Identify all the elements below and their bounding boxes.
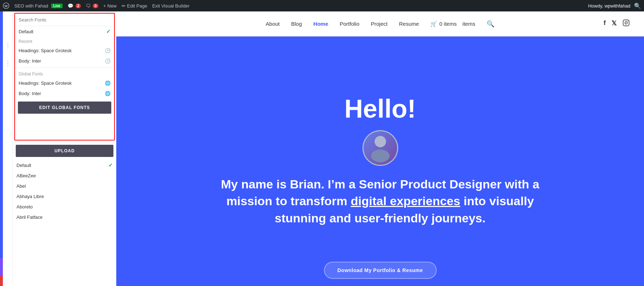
pencil-icon: ✏ xyxy=(122,3,126,9)
nav-home[interactable]: Home xyxy=(313,21,328,27)
new-label: + New xyxy=(103,3,117,9)
search-admin-icon[interactable]: 🔍 xyxy=(634,3,641,9)
globe-icon-1: 🌐 xyxy=(105,80,111,86)
admin-bar: W SEO with Fahad Live 💬 2 🗨 0 + New ✏ Ed… xyxy=(0,0,644,11)
site-name-item[interactable]: SEO with Fahad Live xyxy=(14,3,63,9)
svg-point-4 xyxy=(628,21,628,22)
abeezee-label: ABeeZee xyxy=(16,173,36,178)
avatar-person-svg xyxy=(368,134,393,162)
svg-point-5 xyxy=(375,136,386,147)
edit-page-item[interactable]: ✏ Edit Page xyxy=(122,3,147,9)
messages-count: 0 xyxy=(93,4,98,8)
cart-items-label: 0 items xyxy=(439,21,457,27)
exit-builder-item[interactable]: Exit Visual Builder xyxy=(152,3,190,9)
howdy-label: Howdy, wpwithfahad xyxy=(588,3,630,9)
messages-item[interactable]: 🗨 0 xyxy=(86,3,98,9)
body-recent-label: Body: Inter xyxy=(19,58,41,64)
color-strips xyxy=(0,11,3,286)
global-fonts-label: Global Fonts xyxy=(15,69,114,78)
hero-section: Hello! My name is Brian. I’m a Senior Pr… xyxy=(116,36,644,286)
font-list-item-abhaya[interactable]: Abhaya Libre xyxy=(13,191,116,202)
nav-blog[interactable]: Blog xyxy=(291,21,302,27)
wp-logo[interactable]: W xyxy=(3,3,9,9)
site-nav: About Blog Home Portfolio Project Resume… xyxy=(116,11,644,36)
font-list-item-abel[interactable]: Abel xyxy=(13,181,116,191)
dots-column: ⋮ ⋮ xyxy=(3,11,13,286)
avatar-inner xyxy=(364,131,397,165)
live-badge: Live xyxy=(51,4,63,8)
hero-avatar xyxy=(362,130,398,166)
font-item-body-recent[interactable]: Body: Inter 🕒 xyxy=(15,56,114,66)
new-item[interactable]: + New xyxy=(103,3,117,9)
social-icons: f 𝕏 xyxy=(604,19,630,28)
main-layout: ⋮ ⋮ Default ✓ Recent Headings: Space G xyxy=(0,11,644,286)
headings-recent-label: Headings: Space Grotesk xyxy=(19,48,72,53)
comments-count: 2 xyxy=(75,4,81,8)
default-font-label: Default xyxy=(19,29,33,34)
nav-resume[interactable]: Resume xyxy=(399,21,419,27)
facebook-icon[interactable]: f xyxy=(604,19,606,28)
three-dots-mid[interactable]: ⋮ xyxy=(3,58,13,69)
hero-title: Hello! xyxy=(344,96,416,122)
font-item-headings-recent[interactable]: Headings: Space Grotesk 🕒 xyxy=(15,45,114,56)
clock-icon: 🕒 xyxy=(105,48,111,53)
three-dots-top[interactable]: ⋮ xyxy=(3,40,13,51)
font-list-item-aboreto[interactable]: Aboreto xyxy=(13,202,116,212)
font-item-headings-global[interactable]: Headings: Space Grotesk 🌐 xyxy=(15,78,114,88)
upload-button[interactable]: UPLOAD xyxy=(16,145,113,157)
strip-blue xyxy=(0,11,3,258)
divider-1 xyxy=(15,68,114,68)
body-global-label: Body: Inter xyxy=(19,91,41,96)
globe-icon-2: 🌐 xyxy=(105,91,111,96)
site-name: SEO with Fahad xyxy=(14,3,48,9)
check-icon: ✓ xyxy=(106,29,111,34)
font-panel: Default ✓ Recent Headings: Space Grotesk… xyxy=(13,11,116,286)
abel-label: Abel xyxy=(16,183,26,189)
font-list: Default ✓ ABeeZee Abel Abhaya Libre Abor… xyxy=(13,160,116,286)
hero-cta-button[interactable]: Download My Portfolio & Resume xyxy=(324,262,436,279)
edit-global-fonts-button[interactable]: EDIT GLOBAL FONTS xyxy=(18,102,111,114)
nav-project[interactable]: Project xyxy=(371,21,388,27)
left-sidebar: ⋮ ⋮ Default ✓ Recent Headings: Space G xyxy=(0,11,116,286)
nav-search-icon[interactable]: 🔍 xyxy=(487,20,494,28)
svg-point-3 xyxy=(625,22,628,24)
comment-icon: 💬 xyxy=(68,3,73,9)
cart-icon: 🛒 xyxy=(430,21,437,27)
nav-cart[interactable]: 🛒 0 items items xyxy=(430,21,475,27)
content-area: About Blog Home Portfolio Project Resume… xyxy=(116,11,644,286)
default-font-list-label: Default xyxy=(16,163,31,168)
font-item-default-top[interactable]: Default ✓ xyxy=(15,26,114,37)
strip-red xyxy=(0,276,3,286)
exit-builder-label: Exit Visual Builder xyxy=(152,3,190,9)
recent-section-label: Recent xyxy=(15,37,114,45)
edit-page-label: Edit Page xyxy=(127,3,147,9)
twitter-icon[interactable]: 𝕏 xyxy=(611,19,617,28)
wordpress-icon: W xyxy=(3,3,9,9)
instagram-icon[interactable] xyxy=(623,19,630,28)
strip-purple xyxy=(0,258,3,276)
nav-portfolio[interactable]: Portfolio xyxy=(340,21,359,27)
svg-text:W: W xyxy=(5,4,8,8)
comments-item[interactable]: 💬 2 xyxy=(68,3,81,9)
abril-label: Abril Fatface xyxy=(16,214,43,220)
headings-global-label: Headings: Space Grotesk xyxy=(19,80,72,86)
aboreto-label: Aboreto xyxy=(16,204,33,209)
font-selector-box: Default ✓ Recent Headings: Space Grotesk… xyxy=(14,13,115,140)
font-search-input[interactable] xyxy=(19,17,111,23)
font-list-item-default[interactable]: Default ✓ xyxy=(13,160,116,171)
hero-text-link[interactable]: digital experiences xyxy=(351,194,460,208)
cart-items-word: items xyxy=(463,21,475,27)
font-list-item-abeezee[interactable]: ABeeZee xyxy=(13,171,116,181)
svg-rect-2 xyxy=(623,20,629,26)
hero-description: My name is Brian. I’m a Senior Product D… xyxy=(219,176,541,227)
message-icon: 🗨 xyxy=(86,3,91,9)
font-item-body-global[interactable]: Body: Inter 🌐 xyxy=(15,88,114,99)
font-search-area xyxy=(15,14,114,26)
check-icon-list: ✓ xyxy=(108,162,113,168)
abhaya-label: Abhaya Libre xyxy=(16,194,44,199)
font-list-item-abril[interactable]: Abril Fatface xyxy=(13,212,116,222)
svg-point-6 xyxy=(371,149,390,162)
clock-icon-2: 🕒 xyxy=(105,58,111,64)
nav-about[interactable]: About xyxy=(266,21,280,27)
